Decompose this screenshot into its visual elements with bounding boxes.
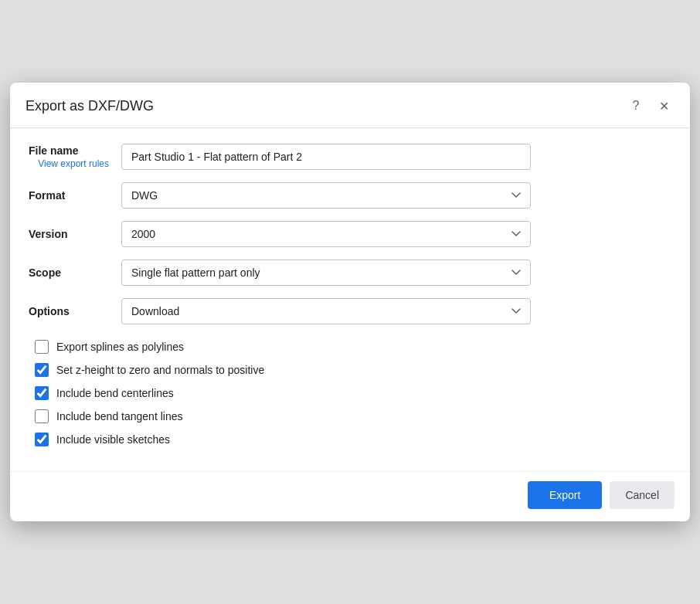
scope-control: Single flat pattern part only All flat p…	[121, 260, 531, 286]
file-name-input[interactable]	[121, 144, 531, 170]
include-bend-centerlines-checkbox[interactable]	[35, 386, 49, 400]
set-z-height-label: Set z-height to zero and normals to posi…	[56, 364, 264, 376]
scope-label: Scope	[29, 266, 73, 279]
export-splines-checkbox[interactable]	[35, 340, 49, 354]
set-z-height-checkbox[interactable]	[35, 363, 49, 377]
include-bend-tangent-checkbox[interactable]	[35, 409, 49, 423]
format-label: Format	[29, 189, 77, 202]
include-visible-sketches-label: Include visible sketches	[56, 433, 170, 446]
export-button[interactable]: Export	[528, 481, 602, 509]
checkbox-row-include-visible-sketches: Include visible sketches	[35, 433, 671, 446]
checkboxes-section: Export splines as polylines Set z-height…	[29, 337, 671, 453]
scope-select[interactable]: Single flat pattern part only All flat p…	[121, 260, 531, 286]
cancel-button[interactable]: Cancel	[610, 481, 675, 509]
include-bend-tangent-label: Include bend tangent lines	[56, 410, 182, 422]
file-name-row: File name View export rules	[29, 144, 671, 170]
version-label: Version	[29, 228, 80, 240]
file-name-control	[121, 144, 531, 170]
help-button[interactable]: ?	[625, 95, 647, 117]
format-select[interactable]: DXF DWG	[121, 182, 531, 209]
scope-row: Scope Single flat pattern part only All …	[29, 260, 671, 286]
format-control: DXF DWG	[121, 182, 531, 209]
checkbox-row-set-z-height: Set z-height to zero and normals to posi…	[35, 363, 671, 377]
close-icon: ✕	[659, 99, 669, 114]
options-row: Options Download Cloud storage	[29, 298, 671, 324]
checkbox-row-include-bend-tangent: Include bend tangent lines	[35, 409, 671, 423]
options-control: Download Cloud storage	[121, 298, 531, 324]
include-visible-sketches-checkbox[interactable]	[35, 433, 49, 446]
version-select[interactable]: 2000 2004 2007 2010 2013 2018	[121, 221, 531, 247]
dialog-header-icons: ? ✕	[625, 95, 675, 117]
options-label-wrapper: Options	[29, 305, 121, 317]
dialog-footer: Export Cancel	[10, 471, 690, 521]
export-splines-label: Export splines as polylines	[56, 341, 184, 353]
version-row: Version 2000 2004 2007 2010 2013 2018	[29, 221, 671, 247]
format-label-wrapper: Format	[29, 189, 121, 202]
close-button[interactable]: ✕	[653, 95, 675, 117]
file-name-label-wrapper: File name View export rules	[29, 144, 121, 169]
options-label: Options	[29, 305, 82, 317]
dialog-overlay: Export as DXF/DWG ? ✕ File name View exp…	[0, 0, 700, 604]
scope-label-wrapper: Scope	[29, 266, 121, 279]
dialog-title: Export as DXF/DWG	[25, 98, 154, 114]
checkbox-row-include-bend-centerlines: Include bend centerlines	[35, 386, 671, 400]
export-dialog: Export as DXF/DWG ? ✕ File name View exp…	[10, 83, 690, 521]
file-name-label: File name	[29, 144, 91, 157]
dialog-header: Export as DXF/DWG ? ✕	[10, 83, 690, 128]
include-bend-centerlines-label: Include bend centerlines	[56, 387, 174, 399]
view-export-rules-link[interactable]: View export rules	[29, 158, 121, 169]
checkbox-row-export-splines: Export splines as polylines	[35, 340, 671, 354]
help-icon: ?	[633, 99, 640, 113]
version-control: 2000 2004 2007 2010 2013 2018	[121, 221, 531, 247]
format-row: Format DXF DWG	[29, 182, 671, 209]
version-label-wrapper: Version	[29, 228, 121, 240]
dialog-body: File name View export rules Format DXF D…	[10, 128, 690, 465]
options-select[interactable]: Download Cloud storage	[121, 298, 531, 324]
